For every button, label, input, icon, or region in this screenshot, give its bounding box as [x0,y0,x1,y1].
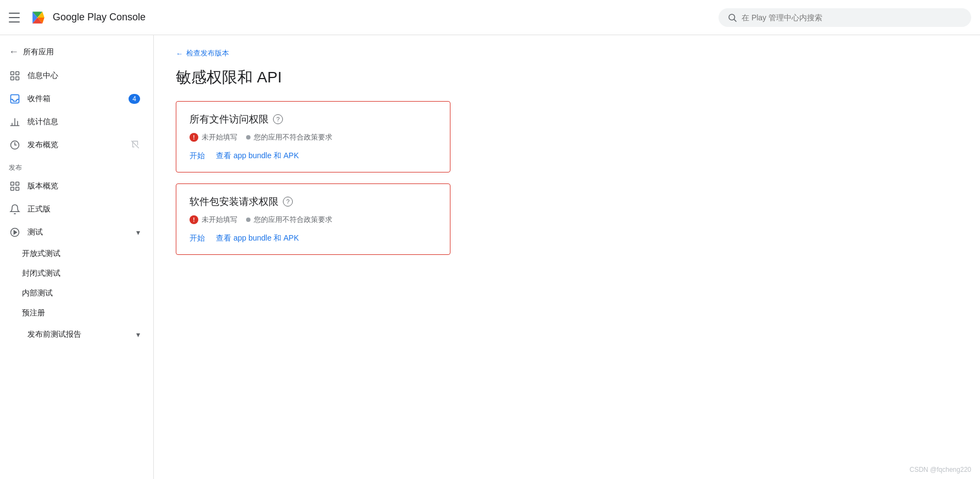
card-status-row-file-access: 未开始填写 您的应用不符合政策要求 [190,132,437,142]
svg-rect-16 [11,187,14,191]
back-arrow-icon: ← [9,46,19,58]
card-actions-package-install: 开始 查看 app bundle 和 APK [190,233,437,243]
search-input[interactable] [742,13,962,22]
card-status-row-package-install: 未开始填写 您的应用不符合政策要求 [190,215,437,225]
chevron-down-icon: ▾ [136,228,140,237]
breadcrumb[interactable]: ← 检查发布版本 [176,48,958,58]
grid-small-icon [9,180,21,192]
sidebar-item-stats[interactable]: 统计信息 [0,110,149,133]
inbox-icon [9,93,21,105]
svg-rect-17 [16,187,19,191]
sidebar-item-testing[interactable]: 测试 ▾ [0,221,149,244]
watermark: CSDN @fqcheng220 [910,466,971,474]
sidebar-item-internal-testing[interactable]: 内部测试 [0,283,149,303]
sidebar-label-production: 正式版 [27,204,51,214]
svg-line-2 [734,19,736,21]
status-gray-label-2: 您的应用不符合政策要求 [254,215,332,225]
page-title: 敏感权限和 API [176,67,958,88]
sidebar-label-publish-overview: 发布概览 [27,140,58,150]
sidebar: ← 所有应用 信息中心 收件箱 4 [0,35,154,479]
card-title-package-install: 软件包安装请求权限 ? [190,195,437,208]
search-bar[interactable] [719,8,971,27]
svg-rect-6 [16,77,19,80]
view-bundle-link-file-access[interactable]: 查看 app bundle 和 APK [216,151,299,161]
status-gray-label: 您的应用不符合政策要求 [254,132,332,142]
svg-rect-14 [11,182,14,186]
permission-card-file-access: 所有文件访问权限 ? 未开始填写 您的应用不符合政策要求 开始 查看 app b… [176,101,450,172]
disabled-flag-icon [130,140,140,151]
sidebar-item-pre-launch-report[interactable]: 发布前测试报告 ▾ [0,323,149,346]
help-icon-package-install[interactable]: ? [283,197,293,207]
sidebar-item-pre-register[interactable]: 预注册 [0,303,149,323]
sidebar-label-internal-testing: 内部测试 [22,288,53,298]
section-label-publish: 发布 [0,157,153,175]
start-button-file-access[interactable]: 开始 [190,151,205,161]
sidebar-item-inbox[interactable]: 收件箱 4 [0,87,149,110]
app-logo[interactable]: Google Play Console [29,8,146,27]
sidebar-label-pre-register: 预注册 [22,308,45,318]
error-dot-icon [190,133,198,142]
breadcrumb-label: 检查发布版本 [186,48,229,58]
svg-rect-5 [11,77,14,80]
bar-chart-icon [9,116,21,128]
error-dot-icon-2 [190,215,198,224]
gray-dot-icon [246,135,250,140]
grid-icon [9,70,21,82]
svg-marker-19 [14,231,16,235]
sidebar-label-pre-launch-report: 发布前测试报告 [27,330,81,339]
sidebar-label-dashboard: 信息中心 [27,71,58,81]
svg-point-1 [729,14,735,20]
sidebar-label-inbox: 收件箱 [27,94,51,104]
status-error-file-access: 未开始填写 [190,132,237,142]
sidebar-item-production[interactable]: 正式版 [0,198,149,221]
clock-icon [9,139,21,151]
status-error-package-install: 未开始填写 [190,215,237,225]
sidebar-label-version-overview: 版本概览 [27,181,58,191]
back-label: 所有应用 [23,47,54,57]
play-circle-icon [9,226,21,238]
back-to-all-apps-button[interactable]: ← 所有应用 [0,40,149,64]
status-gray-file-access: 您的应用不符合政策要求 [246,132,332,142]
card-title-file-access: 所有文件访问权限 ? [190,113,437,126]
svg-rect-15 [16,182,19,186]
chevron-right-icon: ▾ [136,330,140,339]
bell-icon [9,203,21,215]
status-error-label: 未开始填写 [202,132,237,142]
inbox-badge: 4 [129,94,140,104]
search-icon [727,13,737,23]
help-icon-file-access[interactable]: ? [273,114,283,124]
breadcrumb-arrow-icon: ← [176,49,183,58]
hamburger-menu-button[interactable] [9,11,22,24]
app-name-label: Google Play Console [53,12,146,23]
sidebar-label-open-testing: 开放式测试 [22,249,60,259]
sidebar-item-closed-testing[interactable]: 封闭式测试 [0,264,149,283]
permission-card-package-install: 软件包安装请求权限 ? 未开始填写 您的应用不符合政策要求 开始 查看 app … [176,183,450,255]
start-button-package-install[interactable]: 开始 [190,233,205,243]
status-error-label-2: 未开始填写 [202,215,237,225]
sidebar-label-stats: 统计信息 [27,117,58,127]
header: Google Play Console [0,0,980,35]
sidebar-item-publish-overview[interactable]: 发布概览 [0,133,149,157]
svg-rect-4 [16,72,19,75]
main-layout: ← 所有应用 信息中心 收件箱 4 [0,35,980,479]
status-gray-package-install: 您的应用不符合政策要求 [246,215,332,225]
gray-dot-icon-2 [246,218,250,222]
view-bundle-link-package-install[interactable]: 查看 app bundle 和 APK [216,233,299,243]
svg-rect-3 [11,72,14,75]
pre-launch-icon [9,328,21,341]
sidebar-label-closed-testing: 封闭式测试 [22,269,60,279]
sidebar-label-testing: 测试 [27,227,43,237]
card-actions-file-access: 开始 查看 app bundle 和 APK [190,151,437,161]
sidebar-item-dashboard[interactable]: 信息中心 [0,64,149,87]
sidebar-item-version-overview[interactable]: 版本概览 [0,175,149,198]
svg-rect-7 [11,95,19,103]
sidebar-item-open-testing[interactable]: 开放式测试 [0,244,149,264]
main-content: ← 检查发布版本 敏感权限和 API 所有文件访问权限 ? 未开始填写 您的应用… [154,35,980,479]
